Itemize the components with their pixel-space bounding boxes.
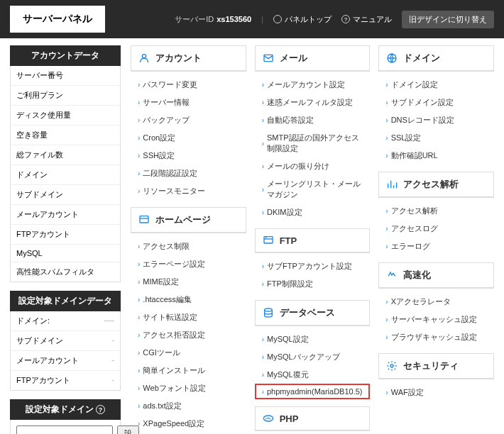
chevron-right-icon: › — [385, 99, 388, 106]
link-label: メールの振り分け — [267, 161, 329, 172]
chevron-right-icon: › — [138, 349, 140, 357]
chevron-right-icon: › — [262, 353, 264, 361]
help-icon[interactable]: ? — [96, 405, 105, 414]
old-design-button[interactable]: 旧デザインに切り替え — [402, 11, 494, 28]
link-item[interactable]: ›エラーページ設定 — [131, 255, 246, 273]
link-item[interactable]: ›アクセスログ — [378, 220, 494, 238]
link-item[interactable]: ›サブFTPアカウント設定 — [255, 257, 371, 275]
link-item[interactable]: ›Cron設定 — [131, 129, 246, 147]
link-item[interactable]: ›SSL設定 — [378, 129, 494, 147]
link-item[interactable]: ›phpmyadmin(MariaDB10.5) — [255, 384, 371, 399]
link-item[interactable]: ›メールアカウント設定 — [255, 76, 371, 94]
link-item[interactable]: ›XPageSpeed設定 — [131, 415, 246, 433]
label: 総ファイル数 — [16, 150, 63, 160]
category-header: ドメイン — [378, 45, 494, 72]
link-label: サーバー情報 — [143, 97, 190, 108]
link-label: Xアクセラレータ — [391, 296, 451, 307]
panel-top-link[interactable]: パネルトップ — [273, 14, 332, 25]
chevron-right-icon: › — [385, 333, 388, 341]
link-item[interactable]: ›WAF設定 — [378, 384, 494, 401]
link-item[interactable]: ›Xアクセラレータ — [378, 293, 494, 311]
link-item[interactable]: ›Webフォント設定 — [131, 379, 246, 397]
link-item[interactable]: ›迷惑メールフィルタ設定 — [255, 94, 371, 111]
link-item[interactable]: ›メーリングリスト・メールマガジン — [255, 175, 371, 204]
link-label: リソースモニター — [143, 186, 205, 196]
category-title: ドメイン — [403, 52, 440, 65]
link-label: 自動応答設定 — [267, 115, 314, 126]
chevron-right-icon: › — [385, 134, 388, 142]
link-item[interactable]: ›リソースモニター — [131, 182, 246, 200]
link-item[interactable]: ›サーバー情報 — [131, 94, 246, 111]
link-item[interactable]: ›簡単インストール — [131, 362, 246, 379]
link-label: パスワード変更 — [143, 79, 197, 90]
label: ドメイン: — [16, 316, 50, 326]
link-label: 動作確認URL — [391, 150, 438, 161]
link-item[interactable]: ›二段階認証設定 — [131, 165, 246, 182]
link-label: メールアカウント設定 — [267, 79, 345, 90]
link-item[interactable]: ›ドメイン設定 — [378, 76, 494, 94]
chevron-right-icon: › — [262, 81, 264, 89]
chevron-right-icon: › — [138, 152, 140, 160]
link-label: SSL設定 — [391, 133, 422, 143]
label: メールアカウント — [16, 355, 79, 366]
chevron-right-icon: › — [138, 367, 140, 374]
link-item[interactable]: ›SMTP認証の国外アクセス制限設定 — [255, 129, 371, 157]
link-item[interactable]: ›CGIツール — [131, 344, 246, 362]
chevron-right-icon: › — [262, 262, 264, 270]
link-label: サイト転送設定 — [143, 312, 197, 323]
link-item[interactable]: ›MySQL設定 — [255, 330, 371, 348]
category-domain: ドメイン›ドメイン設定›サブドメイン設定›DNSレコード設定›SSL設定›動作確… — [378, 45, 494, 166]
category-access: アクセス解析›アクセス解析›アクセスログ›エラーログ — [378, 172, 494, 257]
link-item[interactable]: ›サイト転送設定 — [131, 308, 246, 326]
domain-icon — [386, 52, 398, 64]
link-item[interactable]: ›エラーログ — [378, 238, 494, 255]
category-homepage: ホームページ›アクセス制限›エラーページ設定›MIME設定›.htaccess編… — [131, 207, 246, 434]
link-item[interactable]: ›DNSレコード設定 — [378, 111, 494, 129]
label: 高性能スパムフィルタ — [16, 267, 94, 277]
chevron-right-icon: › — [262, 208, 264, 216]
link-item[interactable]: ›FTP制限設定 — [255, 275, 371, 293]
chevron-right-icon: › — [138, 278, 140, 286]
svg-point-7 — [265, 238, 266, 238]
link-item[interactable]: ›バックアップ — [131, 111, 246, 129]
link-label: アクセス拒否設定 — [143, 330, 205, 340]
link-item[interactable]: ›DKIM設定 — [255, 204, 371, 221]
svg-point-0 — [142, 55, 146, 58]
category-links: ›アクセス解析›アクセスログ›エラーログ — [378, 198, 494, 257]
php-icon: php — [263, 413, 274, 424]
category-security: セキュリティ›WAF設定 — [378, 353, 494, 403]
link-item[interactable]: ›サーバーキャッシュ設定 — [378, 311, 494, 328]
link-item[interactable]: ›動作確認URL — [378, 147, 494, 165]
link-item[interactable]: ›アクセス制限 — [131, 238, 246, 255]
link-item[interactable]: ›パスワード変更 — [131, 76, 246, 94]
link-item[interactable]: ›自動応答設定 — [255, 111, 371, 129]
category-header: アクセス解析 — [378, 172, 494, 198]
category-links: ›パスワード変更›サーバー情報›バックアップ›Cron設定›SSH設定›二段階認… — [131, 72, 246, 201]
database-icon — [263, 307, 274, 318]
category-speed: 高速化›Xアクセラレータ›サーバーキャッシュ設定›ブラウザキャッシュ設定 — [378, 262, 494, 347]
category-title: メール — [280, 52, 307, 65]
link-item[interactable]: ›ads.txt設定 — [131, 397, 246, 415]
link-item[interactable]: ›MySQL復元 — [255, 366, 371, 384]
link-item[interactable]: ›アクセス解析 — [378, 202, 494, 220]
link-label: サーバーキャッシュ設定 — [391, 314, 477, 325]
category-php: phpPHP›PHP Ver.切替›php.ini設定 — [255, 406, 371, 434]
chevron-right-icon: › — [138, 384, 140, 392]
category-ftp: FTP›サブFTPアカウント設定›FTP制限設定 — [255, 228, 371, 294]
domain-select[interactable]: 設定対象ドメイン未指 — [16, 425, 113, 434]
chevron-right-icon: › — [138, 313, 140, 321]
manual-link[interactable]: ?マニュアル — [341, 14, 392, 25]
chevron-right-icon: › — [262, 140, 264, 148]
link-item[interactable]: ›.htaccess編集 — [131, 291, 246, 308]
link-item[interactable]: ›メールの振り分け — [255, 157, 371, 175]
link-item[interactable]: ›サブドメイン設定 — [378, 94, 494, 111]
svg-rect-1 — [140, 216, 148, 223]
link-item[interactable]: ›アクセス拒否設定 — [131, 326, 246, 344]
link-item[interactable]: ›MIME設定 — [131, 273, 246, 291]
label: ディスク使用量 — [16, 110, 71, 121]
account-row: サブドメイン — [11, 185, 120, 205]
link-item[interactable]: ›SSH設定 — [131, 147, 246, 165]
link-item[interactable]: ›MySQLバックアップ — [255, 348, 371, 366]
security-icon — [386, 360, 398, 372]
link-item[interactable]: ›ブラウザキャッシュ設定 — [378, 328, 494, 346]
